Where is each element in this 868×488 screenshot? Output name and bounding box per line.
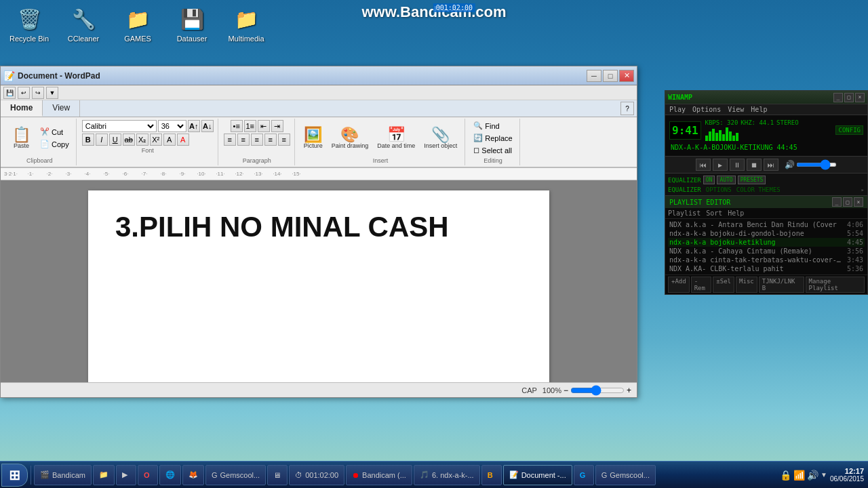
grow-font-btn[interactable]: A↑ [188,120,200,132]
replace-button[interactable]: 🔄 Replace [471,132,515,144]
paint-button[interactable]: 🎨 Paint drawing [328,125,372,151]
superscript-btn[interactable]: X² [150,134,162,146]
document-text[interactable]: 3.PILIH NO MINAL CASH [115,211,522,243]
playlist-close-btn[interactable]: × [854,197,863,207]
maximize-button[interactable]: □ [603,70,618,82]
taskbar-firefox[interactable]: 🦊 [182,465,204,485]
select-all-button[interactable]: ◻ Select all [471,144,515,156]
paste-button[interactable]: 📋 Paste [7,125,35,151]
playlist-add-btn[interactable]: +Add [668,277,690,293]
prev-btn[interactable]: ⏮ [696,159,711,171]
winamp-menu-options[interactable]: Options [692,106,721,113]
config-btn[interactable]: CONFIG [835,125,863,135]
taskbar-opera[interactable]: O [138,465,158,485]
playlist-menu-playlist[interactable]: Playlist [668,209,701,217]
taskbar-gemscool2[interactable]: G Gemscool... [595,465,656,485]
copy-button[interactable]: 📄 Copy [37,138,72,150]
bold-btn[interactable]: B [82,134,94,146]
align-center-btn[interactable]: ≡ [237,134,250,146]
highlight-btn[interactable]: A [163,134,176,146]
playlist-misc-btn[interactable]: Misc [736,277,757,293]
play-btn[interactable]: ▶ [713,159,728,171]
playlist-item[interactable]: ndx-a-k-a bojoku-ketiklung4:45 [668,238,865,247]
taskbar-chrome[interactable]: 🌐 [159,465,181,485]
line-spacing-btn[interactable]: ≡ [278,134,290,146]
pause-btn[interactable]: ⏸ [730,159,745,171]
tab-home[interactable]: Home [1,100,43,117]
options-tab[interactable]: OPTIONS [706,186,732,193]
playlist-item[interactable]: NDX a.k.a - Cahaya Cintamu (Remake)3:56 [668,247,865,256]
playlist-manage-btn[interactable]: Manage Playlist [806,277,865,293]
playlist-menu-help[interactable]: Help [728,209,744,217]
picture-button[interactable]: 🖼️ Picture [300,125,326,151]
ribbon-help-btn[interactable]: ? [620,102,634,115]
winamp-close-btn[interactable]: × [855,93,865,102]
system-clock[interactable]: 12:17 06/06/2015 [830,467,864,483]
taskbar-ndx[interactable]: 🎵 6. ndx-a-k-... [414,465,480,485]
desktop-icon-datauser[interactable]: 💾 Datauser [168,5,216,43]
insert-object-button[interactable]: 📎 Insert object [420,125,460,151]
taskbar-timer[interactable]: ⏱ 001:02:00 [289,465,344,485]
quick-save-btn[interactable]: 💾 [3,87,16,99]
playlist-minimize-btn[interactable]: _ [832,197,842,207]
justify-btn[interactable]: ≡ [264,134,277,146]
desktop-icon-ccleaner[interactable]: 🔧 CCleaner [60,5,107,43]
desktop-icon-recycle-bin[interactable]: 🗑️ Recycle Bin [5,5,53,43]
playlist-rem-btn[interactable]: -Rem [691,277,712,293]
decrease-indent-btn[interactable]: ⇤ [258,120,270,132]
subscript-btn[interactable]: X₂ [136,134,149,146]
taskbar-bandicam-rec[interactable]: ⏺ Bandicam (... [346,465,412,485]
taskbar-gemscool[interactable]: G Gemscool... [205,465,266,485]
stop-btn[interactable]: ⏹ [747,159,762,171]
datetime-button[interactable]: 📅 Date and time [374,125,418,151]
playlist-expand-btn[interactable]: □ [843,197,852,207]
taskbar-monitor[interactable]: 🖥 [267,465,288,485]
document-area[interactable]: 3.PILIH NO MINAL CASH [1,180,637,382]
font-color-btn[interactable]: A [177,134,189,146]
eq-presets-btn[interactable]: PRESETS [738,176,766,184]
taskbar-explorer[interactable]: 📁 [93,465,115,485]
taskbar-bandicam[interactable]: 🎬 Bandicam [34,465,92,485]
eq-auto-btn[interactable]: AUTO [717,176,735,184]
bullets-btn[interactable]: •≡ [231,120,243,132]
volume-slider[interactable] [796,163,837,167]
playlist-item[interactable]: ndx-a-k-a bojoku-di-gondol-bojone5:54 [668,229,865,238]
zoom-slider[interactable] [570,388,625,393]
playlist-url-btn[interactable]: TJNKJ/LNK B [759,277,804,293]
underline-btn[interactable]: U [109,134,121,146]
tab-view[interactable]: View [43,100,80,117]
start-button[interactable]: ⊞ [1,464,28,487]
winamp-minimize-btn[interactable]: _ [833,93,843,102]
winamp-menu-play[interactable]: Play [669,106,686,113]
taskbar-document[interactable]: 📝 Document -... [503,465,572,485]
numbers-btn[interactable]: 1≡ [244,120,256,132]
next-btn[interactable]: ⏭ [764,159,778,171]
zoom-control[interactable]: 100% − + [542,386,631,395]
winamp-menu-view[interactable]: View [728,106,744,113]
zoom-out-btn[interactable]: − [564,386,568,395]
playlist-item[interactable]: NDX a.k.a - Antara Benci Dan Rindu (Cove… [668,220,865,229]
winamp-shade-btn[interactable]: □ [844,93,854,102]
shrink-font-btn[interactable]: A↓ [201,120,214,132]
align-left-btn[interactable]: ≡ [224,134,236,146]
playlist-menu-sort[interactable]: Sort [706,209,722,217]
quick-redo-btn[interactable]: ↪ [32,87,44,99]
color-themes-tab[interactable]: COLOR THEMES [736,186,781,193]
find-button[interactable]: 🔍 Find [471,120,515,131]
quick-undo-btn[interactable]: ↩ [18,87,30,99]
playlist-item[interactable]: ndx-a-k-a cinta-tak-terbatas-waktu-cover… [668,256,865,264]
eq-on-btn[interactable]: ON [703,176,715,184]
eq-collapse-btn[interactable]: ▸ [861,186,865,193]
desktop-icon-games[interactable]: 📁 GAMES [114,5,161,43]
quick-menu-btn[interactable]: ▼ [46,87,58,99]
taskbar-media[interactable]: ▶ [116,465,136,485]
minimize-button[interactable]: ─ [587,70,601,82]
winamp-menu-help[interactable]: Help [751,106,767,113]
strikethrough-btn[interactable]: ab [123,134,135,146]
desktop-icon-multimedia[interactable]: 📁 Multimedia [222,5,270,43]
font-name-select[interactable]: Calibri [82,120,157,132]
font-size-select[interactable]: 36 [158,120,186,132]
equalizer-tab[interactable]: EQUALIZER [668,186,701,193]
cut-button[interactable]: ✂️ Cut [37,126,72,138]
document-page[interactable]: 3.PILIH NO MINAL CASH [88,190,549,382]
